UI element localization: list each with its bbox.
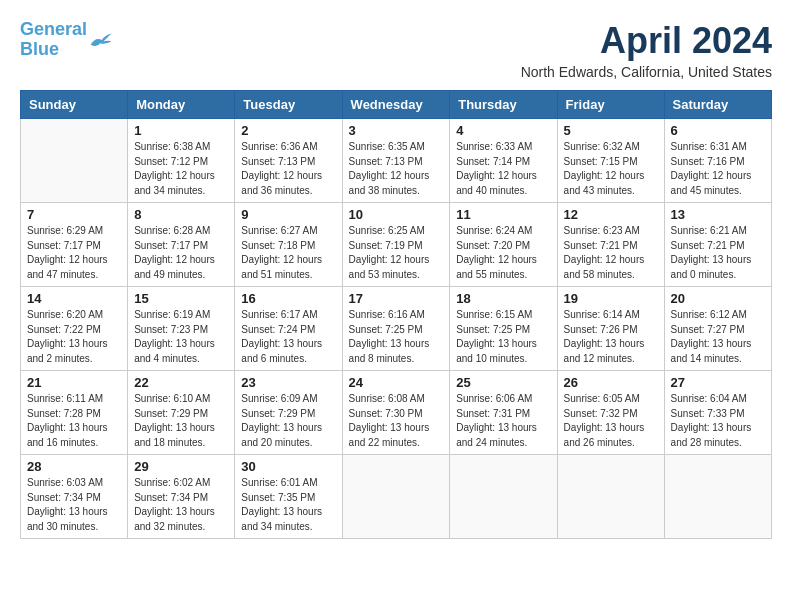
calendar-cell-w5-d0: 28Sunrise: 6:03 AM Sunset: 7:34 PM Dayli…: [21, 455, 128, 539]
calendar-cell-w4-d0: 21Sunrise: 6:11 AM Sunset: 7:28 PM Dayli…: [21, 371, 128, 455]
day-info: Sunrise: 6:33 AM Sunset: 7:14 PM Dayligh…: [456, 140, 550, 198]
day-info: Sunrise: 6:19 AM Sunset: 7:23 PM Dayligh…: [134, 308, 228, 366]
logo: GeneralBlue: [20, 20, 113, 60]
calendar-cell-w4-d5: 26Sunrise: 6:05 AM Sunset: 7:32 PM Dayli…: [557, 371, 664, 455]
day-info: Sunrise: 6:25 AM Sunset: 7:19 PM Dayligh…: [349, 224, 444, 282]
day-info: Sunrise: 6:32 AM Sunset: 7:15 PM Dayligh…: [564, 140, 658, 198]
day-info: Sunrise: 6:03 AM Sunset: 7:34 PM Dayligh…: [27, 476, 121, 534]
day-number: 5: [564, 123, 658, 138]
calendar-cell-w5-d5: [557, 455, 664, 539]
day-info: Sunrise: 6:24 AM Sunset: 7:20 PM Dayligh…: [456, 224, 550, 282]
day-number: 9: [241, 207, 335, 222]
calendar-cell-w5-d1: 29Sunrise: 6:02 AM Sunset: 7:34 PM Dayli…: [128, 455, 235, 539]
day-number: 6: [671, 123, 765, 138]
day-info: Sunrise: 6:01 AM Sunset: 7:35 PM Dayligh…: [241, 476, 335, 534]
day-info: Sunrise: 6:35 AM Sunset: 7:13 PM Dayligh…: [349, 140, 444, 198]
calendar-week-3: 14Sunrise: 6:20 AM Sunset: 7:22 PM Dayli…: [21, 287, 772, 371]
day-number: 7: [27, 207, 121, 222]
calendar-cell-w1-d2: 2Sunrise: 6:36 AM Sunset: 7:13 PM Daylig…: [235, 119, 342, 203]
calendar-cell-w1-d0: [21, 119, 128, 203]
day-number: 17: [349, 291, 444, 306]
day-info: Sunrise: 6:31 AM Sunset: 7:16 PM Dayligh…: [671, 140, 765, 198]
calendar-cell-w1-d4: 4Sunrise: 6:33 AM Sunset: 7:14 PM Daylig…: [450, 119, 557, 203]
calendar-cell-w3-d5: 19Sunrise: 6:14 AM Sunset: 7:26 PM Dayli…: [557, 287, 664, 371]
header-thursday: Thursday: [450, 91, 557, 119]
calendar-cell-w2-d1: 8Sunrise: 6:28 AM Sunset: 7:17 PM Daylig…: [128, 203, 235, 287]
day-info: Sunrise: 6:05 AM Sunset: 7:32 PM Dayligh…: [564, 392, 658, 450]
day-number: 14: [27, 291, 121, 306]
calendar-cell-w4-d2: 23Sunrise: 6:09 AM Sunset: 7:29 PM Dayli…: [235, 371, 342, 455]
day-info: Sunrise: 6:28 AM Sunset: 7:17 PM Dayligh…: [134, 224, 228, 282]
calendar-cell-w5-d4: [450, 455, 557, 539]
day-info: Sunrise: 6:27 AM Sunset: 7:18 PM Dayligh…: [241, 224, 335, 282]
day-number: 18: [456, 291, 550, 306]
day-info: Sunrise: 6:09 AM Sunset: 7:29 PM Dayligh…: [241, 392, 335, 450]
header-sunday: Sunday: [21, 91, 128, 119]
calendar-cell-w1-d3: 3Sunrise: 6:35 AM Sunset: 7:13 PM Daylig…: [342, 119, 450, 203]
day-number: 29: [134, 459, 228, 474]
month-title: April 2024: [521, 20, 772, 62]
logo-bird-icon: [89, 30, 113, 50]
day-number: 24: [349, 375, 444, 390]
day-info: Sunrise: 6:04 AM Sunset: 7:33 PM Dayligh…: [671, 392, 765, 450]
calendar-week-4: 21Sunrise: 6:11 AM Sunset: 7:28 PM Dayli…: [21, 371, 772, 455]
day-number: 30: [241, 459, 335, 474]
day-number: 28: [27, 459, 121, 474]
calendar-cell-w1-d1: 1Sunrise: 6:38 AM Sunset: 7:12 PM Daylig…: [128, 119, 235, 203]
header-wednesday: Wednesday: [342, 91, 450, 119]
calendar-cell-w4-d1: 22Sunrise: 6:10 AM Sunset: 7:29 PM Dayli…: [128, 371, 235, 455]
day-info: Sunrise: 6:20 AM Sunset: 7:22 PM Dayligh…: [27, 308, 121, 366]
calendar-cell-w2-d0: 7Sunrise: 6:29 AM Sunset: 7:17 PM Daylig…: [21, 203, 128, 287]
logo-text: GeneralBlue: [20, 20, 87, 60]
day-number: 16: [241, 291, 335, 306]
day-number: 25: [456, 375, 550, 390]
calendar-cell-w3-d3: 17Sunrise: 6:16 AM Sunset: 7:25 PM Dayli…: [342, 287, 450, 371]
day-info: Sunrise: 6:08 AM Sunset: 7:30 PM Dayligh…: [349, 392, 444, 450]
day-number: 10: [349, 207, 444, 222]
day-number: 20: [671, 291, 765, 306]
day-info: Sunrise: 6:23 AM Sunset: 7:21 PM Dayligh…: [564, 224, 658, 282]
day-info: Sunrise: 6:38 AM Sunset: 7:12 PM Dayligh…: [134, 140, 228, 198]
header-saturday: Saturday: [664, 91, 771, 119]
calendar-cell-w1-d5: 5Sunrise: 6:32 AM Sunset: 7:15 PM Daylig…: [557, 119, 664, 203]
calendar-cell-w2-d5: 12Sunrise: 6:23 AM Sunset: 7:21 PM Dayli…: [557, 203, 664, 287]
title-block: April 2024 North Edwards, California, Un…: [521, 20, 772, 80]
day-number: 21: [27, 375, 121, 390]
calendar-cell-w2-d2: 9Sunrise: 6:27 AM Sunset: 7:18 PM Daylig…: [235, 203, 342, 287]
header-friday: Friday: [557, 91, 664, 119]
day-number: 27: [671, 375, 765, 390]
header-tuesday: Tuesday: [235, 91, 342, 119]
calendar-table: Sunday Monday Tuesday Wednesday Thursday…: [20, 90, 772, 539]
day-number: 11: [456, 207, 550, 222]
location-subtitle: North Edwards, California, United States: [521, 64, 772, 80]
calendar-cell-w3-d0: 14Sunrise: 6:20 AM Sunset: 7:22 PM Dayli…: [21, 287, 128, 371]
page-header: GeneralBlue April 2024 North Edwards, Ca…: [20, 20, 772, 80]
calendar-cell-w3-d6: 20Sunrise: 6:12 AM Sunset: 7:27 PM Dayli…: [664, 287, 771, 371]
calendar-cell-w3-d4: 18Sunrise: 6:15 AM Sunset: 7:25 PM Dayli…: [450, 287, 557, 371]
calendar-cell-w2-d6: 13Sunrise: 6:21 AM Sunset: 7:21 PM Dayli…: [664, 203, 771, 287]
calendar-cell-w5-d6: [664, 455, 771, 539]
calendar-cell-w4-d6: 27Sunrise: 6:04 AM Sunset: 7:33 PM Dayli…: [664, 371, 771, 455]
calendar-cell-w2-d3: 10Sunrise: 6:25 AM Sunset: 7:19 PM Dayli…: [342, 203, 450, 287]
header-monday: Monday: [128, 91, 235, 119]
calendar-cell-w1-d6: 6Sunrise: 6:31 AM Sunset: 7:16 PM Daylig…: [664, 119, 771, 203]
day-number: 3: [349, 123, 444, 138]
day-info: Sunrise: 6:17 AM Sunset: 7:24 PM Dayligh…: [241, 308, 335, 366]
calendar-cell-w2-d4: 11Sunrise: 6:24 AM Sunset: 7:20 PM Dayli…: [450, 203, 557, 287]
day-info: Sunrise: 6:06 AM Sunset: 7:31 PM Dayligh…: [456, 392, 550, 450]
day-number: 15: [134, 291, 228, 306]
day-info: Sunrise: 6:36 AM Sunset: 7:13 PM Dayligh…: [241, 140, 335, 198]
day-info: Sunrise: 6:11 AM Sunset: 7:28 PM Dayligh…: [27, 392, 121, 450]
day-number: 19: [564, 291, 658, 306]
day-number: 26: [564, 375, 658, 390]
calendar-cell-w3-d1: 15Sunrise: 6:19 AM Sunset: 7:23 PM Dayli…: [128, 287, 235, 371]
calendar-week-2: 7Sunrise: 6:29 AM Sunset: 7:17 PM Daylig…: [21, 203, 772, 287]
day-info: Sunrise: 6:21 AM Sunset: 7:21 PM Dayligh…: [671, 224, 765, 282]
calendar-cell-w5-d3: [342, 455, 450, 539]
day-number: 2: [241, 123, 335, 138]
calendar-week-1: 1Sunrise: 6:38 AM Sunset: 7:12 PM Daylig…: [21, 119, 772, 203]
day-info: Sunrise: 6:16 AM Sunset: 7:25 PM Dayligh…: [349, 308, 444, 366]
calendar-cell-w4-d3: 24Sunrise: 6:08 AM Sunset: 7:30 PM Dayli…: [342, 371, 450, 455]
day-info: Sunrise: 6:14 AM Sunset: 7:26 PM Dayligh…: [564, 308, 658, 366]
calendar-cell-w4-d4: 25Sunrise: 6:06 AM Sunset: 7:31 PM Dayli…: [450, 371, 557, 455]
